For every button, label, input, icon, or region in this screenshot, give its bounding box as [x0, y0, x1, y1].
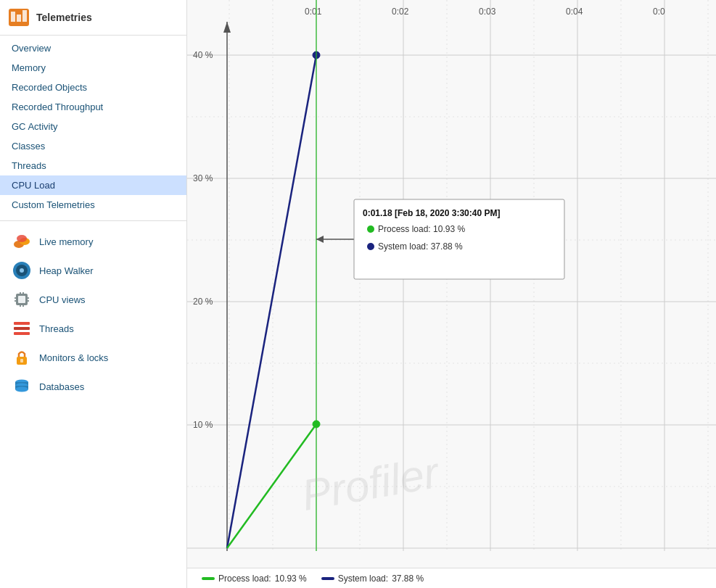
sidebar-item-custom-telemetries[interactable]: Custom Telemetries — [0, 195, 186, 215]
svg-text:0:04: 0:04 — [566, 7, 583, 17]
sidebar-item-threads-label: Threads — [12, 160, 46, 171]
sidebar-item-memory[interactable]: Memory — [0, 58, 186, 78]
sidebar-item-overview[interactable]: Overview — [0, 38, 186, 58]
svg-text:Process load:   10.93 %: Process load: 10.93 % — [378, 224, 465, 234]
svg-rect-30 — [187, 0, 716, 568]
process-label: Process load: — [218, 573, 271, 584]
sidebar-item-databases[interactable]: Databases — [0, 372, 186, 401]
svg-rect-16 — [20, 292, 21, 294]
svg-rect-1 — [11, 12, 15, 22]
svg-text:30 %: 30 % — [193, 173, 213, 183]
sidebar-item-overview-label: Overview — [12, 43, 51, 54]
databases-icon — [12, 376, 32, 397]
telemetry-nav: Overview Memory Recorded Objects Recorde… — [0, 36, 186, 218]
sidebar-item-threads-tool[interactable]: Threads — [0, 314, 186, 343]
chart-footer: Process load: 10.93 % System load: 37.88… — [187, 568, 716, 588]
svg-point-6 — [17, 235, 27, 242]
monitors-locks-icon — [12, 347, 32, 368]
svg-rect-13 — [28, 297, 29, 299]
svg-point-29 — [15, 387, 28, 392]
heap-walker-icon — [12, 260, 32, 281]
sidebar-header: Telemetries — [0, 0, 186, 36]
sidebar-item-recorded-throughput[interactable]: Recorded Throughput — [0, 97, 186, 117]
process-value: 10.93 % — [275, 573, 307, 584]
svg-text:0:0: 0:0 — [653, 7, 665, 17]
sidebar-item-live-memory[interactable]: Live memory — [0, 227, 186, 256]
svg-text:0:01.18 [Feb 18, 2020 3:30:40 : 0:01.18 [Feb 18, 2020 3:30:40 PM] — [363, 208, 500, 218]
svg-point-9 — [20, 268, 24, 273]
sidebar-item-threads[interactable]: Threads — [0, 156, 186, 175]
svg-rect-15 — [28, 300, 29, 302]
sidebar-item-recorded-throughput-label: Recorded Throughput — [12, 102, 103, 112]
system-color-box — [321, 577, 334, 580]
sidebar-item-threads-tool-label: Threads — [39, 323, 74, 334]
svg-rect-12 — [15, 297, 16, 299]
sidebar-item-memory-label: Memory — [12, 62, 46, 73]
sidebar-item-recorded-objects[interactable]: Recorded Objects — [0, 78, 186, 97]
legend-process: Process load: 10.93 % — [202, 573, 307, 584]
sidebar-item-gc-activity-label: GC Activity — [12, 121, 58, 132]
svg-text:0:01: 0:01 — [305, 7, 322, 17]
sidebar-item-live-memory-label: Live memory — [39, 236, 93, 247]
chart-svg: 40 % 30 % 20 % 10 % 0:01 0:02 0:03 0:04 … — [187, 0, 716, 568]
process-color-box — [202, 577, 215, 580]
system-value: 37.88 % — [392, 573, 424, 584]
legend-system: System load: 37.88 % — [321, 573, 424, 584]
sidebar-item-cpu-views-label: CPU views — [39, 294, 86, 305]
svg-rect-22 — [14, 332, 30, 335]
sidebar-item-classes-label: Classes — [12, 141, 45, 152]
threads-tool-icon — [12, 318, 32, 339]
svg-rect-21 — [14, 327, 30, 330]
cpu-views-icon — [12, 289, 32, 310]
svg-rect-14 — [15, 300, 16, 302]
system-label: System load: — [338, 573, 388, 584]
sidebar-item-cpu-load[interactable]: CPU Load — [0, 175, 186, 195]
sidebar-item-monitors-locks-label: Monitors & locks — [39, 352, 108, 363]
svg-point-70 — [367, 225, 374, 233]
sidebar-item-cpu-views[interactable]: CPU views — [0, 285, 186, 314]
sidebar-item-heap-walker-label: Heap Walker — [39, 265, 94, 276]
sidebar-item-cpu-load-label: CPU Load — [12, 180, 55, 191]
chart-area[interactable]: 40 % 30 % 20 % 10 % 0:01 0:02 0:03 0:04 … — [187, 0, 716, 568]
svg-text:0:03: 0:03 — [479, 7, 496, 17]
sidebar-item-classes[interactable]: Classes — [0, 136, 186, 156]
live-memory-icon — [12, 231, 32, 252]
sidebar-item-monitors-locks[interactable]: Monitors & locks — [0, 343, 186, 372]
sidebar-item-databases-label: Databases — [39, 381, 84, 392]
svg-rect-18 — [20, 305, 21, 307]
svg-point-72 — [367, 243, 374, 250]
svg-rect-20 — [14, 322, 30, 325]
sidebar: Telemetries Overview Memory Recorded Obj… — [0, 0, 187, 588]
sidebar-item-recorded-objects-label: Recorded Objects — [12, 82, 87, 93]
svg-text:System load:   37.88 %: System load: 37.88 % — [378, 241, 463, 252]
svg-rect-11 — [18, 296, 25, 303]
svg-text:0:02: 0:02 — [392, 7, 409, 17]
svg-rect-3 — [22, 10, 27, 22]
svg-text:20 %: 20 % — [193, 297, 213, 307]
svg-text:40 %: 40 % — [193, 50, 213, 60]
svg-text:10 %: 10 % — [193, 420, 213, 430]
svg-rect-2 — [17, 15, 21, 22]
svg-rect-17 — [22, 292, 24, 294]
sidebar-item-custom-telemetries-label: Custom Telemetries — [12, 199, 95, 210]
svg-rect-24 — [20, 359, 23, 363]
sidebar-title: Telemetries — [36, 12, 92, 23]
tools-nav: Live memory Heap Walker — [0, 224, 186, 404]
sidebar-item-gc-activity[interactable]: GC Activity — [0, 117, 186, 136]
svg-rect-19 — [22, 305, 24, 307]
main-content: 40 % 30 % 20 % 10 % 0:01 0:02 0:03 0:04 … — [187, 0, 716, 588]
sidebar-item-heap-walker[interactable]: Heap Walker — [0, 256, 186, 285]
telemetries-icon — [7, 6, 30, 29]
